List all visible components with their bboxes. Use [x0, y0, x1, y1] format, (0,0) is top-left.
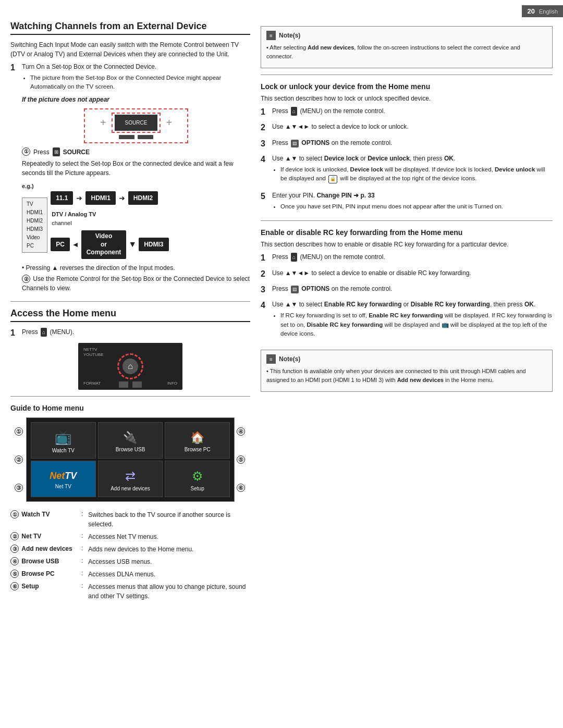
language-label: English: [539, 8, 558, 15]
home-icon: ⌂: [128, 362, 133, 371]
intro-text: Switching Each Input Mode can easily swi…: [10, 40, 250, 59]
divider-1: [10, 301, 250, 302]
rc-step-1-num: 1: [261, 252, 269, 264]
home-grid-container: ① ② ③ ④ ⑤ ⑥ 📺 Watch TV 🔌 Browse USB: [26, 417, 235, 502]
options-icon-1: ▤: [291, 140, 299, 148]
grid-cell-browseusb: 🔌 Browse USB: [98, 422, 163, 459]
grid-num-6: ⑥: [237, 484, 245, 492]
grid-cell-watchtv: 📺 Watch TV: [31, 422, 96, 459]
lock-step-2-content: Use ▲▼◄► to select a device to lock or u…: [272, 122, 553, 131]
notes-label-top: Note(s): [279, 32, 300, 39]
rc-step-3: 3 Press ▤ OPTIONS on the remote control.: [261, 284, 553, 295]
flow-list: TVHDMI1HDMI2HDMI3VideoPC: [22, 198, 47, 253]
press-label: Press: [33, 147, 50, 157]
notes-header-top: ≡ Note(s): [266, 31, 547, 40]
rc-step-3-num: 3: [261, 284, 269, 295]
lock-step-3-num: 3: [261, 138, 269, 150]
home-menu-screenshot: NETTV YOUTUBE ⌂ FORMAT INFO: [78, 343, 182, 390]
adddevices-icon: ⇄: [125, 469, 136, 484]
desc-1: ① Watch TV : Switches back to the TV sou…: [10, 510, 250, 529]
lock-step-5: 5 Enter your PIN. Change PIN ➜ p. 33 Onc…: [261, 191, 553, 214]
lock-step-3: 3 Press ▤ OPTIONS on the remote control.: [261, 138, 553, 150]
desc-4: ④ Browse USB : Accesses USB menus.: [10, 557, 250, 566]
flow-row-1: 11.1 ➜ HDMI1 ➜ HDMI2: [51, 191, 168, 205]
flow-row-3: PC ◄ VideoorComponent ▼ HDMI3: [51, 230, 168, 259]
left-column: Watching Channels from an External Devic…: [10, 21, 250, 606]
source-label: SOURCE: [125, 120, 148, 126]
desc-val-6: Accesses menus that allow you to change …: [88, 582, 250, 601]
circle2-instruction: ② Use the Remote Control for the Set-top…: [22, 274, 250, 293]
page-badge: 20 English: [522, 5, 563, 17]
grid-right-numbers: ④ ⑤ ⑥: [237, 417, 246, 502]
notes-icon-bottom: ≡: [266, 354, 276, 364]
source-box: SOURCE: [115, 115, 158, 131]
video-box: VideoorComponent: [81, 230, 127, 259]
notes-header-bottom: ≡ Note(s): [266, 354, 547, 364]
desc-5: ⑤ Browse PC : Accesses DLNA menus.: [10, 570, 250, 579]
desc-2: ② Net TV : Accesses Net TV menus.: [10, 532, 250, 541]
access-step-content: Press ⌂ (MENU).: [22, 327, 250, 337]
home-inner: ⌂: [123, 359, 138, 374]
hdmi1-box: HDMI1: [85, 191, 115, 205]
menu-suffix: (MENU).: [50, 328, 74, 336]
desc-6: ⑥ Setup : Accesses menus that allow you …: [10, 582, 250, 601]
lock-step-5-num: 5: [261, 191, 269, 202]
notes-text-bottom: • This function is available only when y…: [266, 367, 547, 384]
step-1-number: 1: [10, 62, 19, 73]
desc-key-3: ③ Add new devices: [10, 545, 78, 553]
access-step-num: 1: [10, 327, 19, 339]
circle-2: ②: [22, 275, 30, 283]
notes-icon-top: ≡: [266, 31, 276, 40]
source-diagram: + SOURCE +: [84, 108, 188, 143]
browsepc-icon: 🏠: [190, 431, 204, 445]
grid-num-4: ④: [237, 427, 245, 436]
lock-bullet-1: If device lock is unlocked, Device lock …: [280, 165, 553, 183]
step-1-italic: If the picture does not appear: [22, 95, 250, 104]
lock-step-2-num: 2: [261, 122, 269, 133]
rc-step-3-content: Press ▤ OPTIONS on the remote control.: [272, 284, 553, 294]
arrow-left: ◄: [72, 239, 79, 250]
step-1-bullet: The picture from the Set-top Box or the …: [30, 73, 250, 92]
rc-title: Enable or disable RC key forwarding from…: [261, 228, 553, 237]
lock-step-2: 2 Use ▲▼◄► to select a device to lock or…: [261, 122, 553, 133]
grid-cell-nettv: NetTV Net TV: [31, 461, 96, 497]
press-text: Press: [22, 328, 38, 336]
desc-val-4: Accesses USB menus.: [88, 557, 250, 566]
desc-key-6: ⑥ Setup: [10, 582, 78, 590]
rc-step-4: 4 Use ▲▼ to select Enable RC key forward…: [261, 300, 553, 341]
access-step-1: 1 Press ⌂ (MENU).: [10, 327, 250, 339]
lock-step-1: 1 Press ⌂ (MENU) on the remote control.: [261, 106, 553, 118]
lock-step-5-content: Enter your PIN. Change PIN ➜ p. 33 Once …: [272, 191, 553, 214]
rc-step-2: 2 Use ▲▼◄► to select a device to enable …: [261, 268, 553, 280]
right-column: ≡ Note(s) • After selecting Add new devi…: [261, 21, 553, 606]
circle2-text: Use the Remote Control for the Set-top B…: [22, 275, 250, 292]
lock-intro: This section describes how to lock or un…: [261, 94, 553, 103]
access-title: Access the Home menu: [10, 308, 250, 322]
grid-cell-setup: ⚙ Setup: [165, 461, 230, 497]
rc-step-2-num: 2: [261, 268, 269, 280]
lock-icon: 🔒: [328, 175, 337, 183]
home-circle: ⌂: [117, 353, 143, 379]
channel-flow: e.g.) TVHDMI1HDMI2HDMI3VideoPC 11.1 ➜ HD…: [22, 182, 250, 259]
desc-val-1: Switches back to the TV source if anothe…: [88, 510, 250, 529]
grid-cell-adddevices: ⇄ Add new devices: [98, 461, 163, 497]
lock-step-3-content: Press ▤ OPTIONS on the remote control.: [272, 138, 553, 148]
setup-label: Setup: [191, 486, 204, 491]
arrow-1: ➜: [76, 193, 82, 204]
desc-list: ① Watch TV : Switches back to the TV sou…: [10, 510, 250, 601]
desc-val-5: Accesses DLNA menus.: [88, 570, 250, 579]
desc-3: ③ Add new devices : Adds new devices to …: [10, 545, 250, 554]
browsepc-label: Browse PC: [185, 447, 211, 452]
source-text: SOURCE: [63, 147, 90, 157]
menu-icon-1: ⌂: [291, 107, 297, 116]
nettv-icon: NetTV: [50, 471, 77, 482]
source-desc: Repeatedly to select the Set-top Box or …: [22, 159, 250, 178]
page-number: 20: [527, 7, 534, 15]
desc-val-3: Adds new devices to the Home menu.: [88, 545, 250, 554]
watchtv-label: Watch TV: [52, 448, 75, 453]
lock-step-4-num: 4: [261, 154, 269, 165]
desc-key-5: ⑤ Browse PC: [10, 570, 78, 578]
desc-key-2: ② Net TV: [10, 532, 78, 540]
hdmi3-box: HDMI3: [139, 238, 168, 251]
reverses-bullet: • Pressing ▲ reverses the direction of t…: [22, 263, 250, 273]
